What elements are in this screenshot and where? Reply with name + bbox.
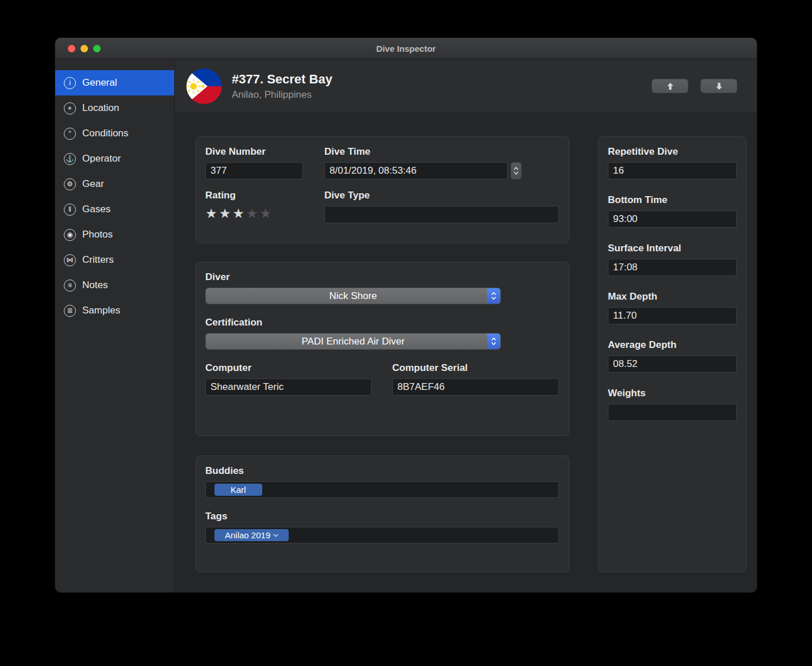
rating-label: Rating: [205, 190, 303, 201]
window-title: Dive Inspector: [55, 38, 757, 59]
tag-token[interactable]: Anilao 2019: [215, 529, 289, 541]
dive-number-label: Dive Number: [205, 146, 303, 158]
weights-label: Weights: [608, 388, 737, 399]
dive-inspector-window: Dive Inspector i General ⌖ Location °: [55, 38, 757, 592]
arrow-down-icon: [715, 82, 723, 90]
tags-field[interactable]: Anilao 2019: [205, 527, 559, 543]
sidebar-item-photos[interactable]: ◉ Photos: [55, 222, 174, 247]
tanks-icon: ‖: [64, 204, 76, 216]
dive-title: #377. Secret Bay: [232, 72, 332, 87]
dive-time-input[interactable]: [324, 162, 508, 179]
desktop-background: Dive Inspector i General ⌖ Location °: [0, 0, 812, 666]
boat-icon: ⚓: [64, 153, 76, 165]
zoom-button[interactable]: [93, 45, 101, 52]
dive-location: Anilao, Philippines: [232, 89, 332, 101]
dive-header: #377. Secret Bay Anilao, Philippines: [175, 59, 757, 113]
buddy-token-label: Karl: [231, 485, 246, 495]
rating-star[interactable]: ★: [205, 206, 219, 221]
bottom-time-label: Bottom Time: [608, 194, 737, 206]
next-dive-button[interactable]: [700, 79, 737, 93]
sidebar-item-operator[interactable]: ⚓ Operator: [55, 146, 174, 171]
computer-label: Computer: [205, 362, 371, 374]
tags-label: Tags: [205, 511, 560, 522]
gear-icon: ⚙: [64, 178, 76, 190]
bottom-time-input[interactable]: [608, 210, 737, 228]
sidebar-item-label: Location: [82, 102, 119, 114]
dive-type-input[interactable]: [324, 206, 559, 223]
certification-popup[interactable]: PADI Enriched Air Diver: [205, 333, 501, 350]
certification-label: Certification: [205, 317, 560, 328]
dive-time-label: Dive Time: [324, 146, 522, 158]
diver-group: Diver Nick Shore Certification: [196, 262, 569, 436]
dive-number-input[interactable]: [205, 162, 303, 179]
sidebar-item-conditions[interactable]: ° Conditions: [55, 121, 174, 146]
stepper-arrows-icon: [514, 166, 519, 175]
dive-time-stepper[interactable]: [511, 162, 522, 179]
tag-token-label: Anilao 2019: [225, 530, 270, 540]
samples-icon: ≣: [64, 305, 76, 317]
rating-star[interactable]: ★: [246, 206, 260, 221]
sidebar-item-general[interactable]: i General: [55, 70, 174, 95]
average-depth-label: Average Depth: [608, 339, 737, 351]
sidebar-item-label: Samples: [82, 305, 120, 316]
philippines-flag-icon: [186, 68, 222, 104]
rating-stars: ★★★★★: [205, 207, 303, 220]
sidebar-item-label: Gear: [82, 178, 104, 190]
buddies-label: Buddies: [205, 465, 560, 477]
surface-interval-label: Surface Interval: [608, 243, 737, 254]
minimize-button[interactable]: [81, 45, 88, 52]
popup-arrows-icon: [487, 288, 500, 304]
close-button[interactable]: [68, 45, 75, 52]
previous-dive-button[interactable]: [652, 79, 688, 93]
rating-star[interactable]: ★: [219, 206, 233, 221]
camera-icon: ◉: [64, 229, 76, 241]
diver-popup[interactable]: Nick Shore: [205, 288, 501, 304]
chevron-down-icon: [273, 534, 278, 537]
surface-interval-input[interactable]: [608, 259, 737, 276]
sidebar-item-label: Critters: [82, 254, 114, 266]
repetitive-dive-input[interactable]: [608, 162, 737, 179]
sidebar-item-critters[interactable]: ⋈ Critters: [55, 247, 174, 273]
sidebar-item-label: General: [82, 77, 117, 89]
traffic-lights: [68, 45, 101, 52]
dive-info-group: Dive Number Dive Time: [196, 136, 569, 243]
repetitive-dive-label: Repetitive Dive: [608, 146, 737, 158]
sidebar-item-gear[interactable]: ⚙ Gear: [55, 171, 174, 197]
buddies-field[interactable]: Karl: [205, 481, 559, 498]
sidebar-item-label: Operator: [82, 153, 121, 164]
sidebar-item-label: Gases: [82, 204, 110, 215]
sidebar: i General ⌖ Location ° Conditions ⚓ Oper…: [55, 59, 175, 592]
sidebar-item-label: Conditions: [82, 128, 128, 139]
weights-input[interactable]: [608, 404, 737, 421]
sidebar-item-location[interactable]: ⌖ Location: [55, 95, 174, 121]
arrow-up-icon: [667, 82, 674, 90]
map-pin-icon: ⌖: [64, 102, 76, 114]
dive-type-label: Dive Type: [324, 190, 559, 201]
fish-icon: ⋈: [64, 254, 76, 266]
average-depth-input[interactable]: [608, 355, 737, 373]
buddies-tags-group: Buddies Karl Tags Anilao 2019: [196, 456, 569, 572]
rating-star[interactable]: ★: [260, 206, 274, 221]
sidebar-item-label: Photos: [82, 229, 113, 240]
dive-stats-group: Repetitive Dive Bottom Time Surface Inte…: [598, 136, 746, 572]
sidebar-item-notes[interactable]: ≡ Notes: [55, 273, 174, 298]
info-icon: i: [64, 77, 76, 89]
titlebar[interactable]: Dive Inspector: [55, 38, 757, 59]
computer-serial-label: Computer Serial: [392, 362, 559, 374]
rating-star[interactable]: ★: [232, 206, 246, 221]
thermometer-icon: °: [64, 128, 76, 140]
max-depth-input[interactable]: [608, 307, 737, 324]
sidebar-item-gases[interactable]: ‖ Gases: [55, 197, 174, 222]
general-pane: Dive Number Dive Time: [175, 113, 757, 592]
sidebar-item-samples[interactable]: ≣ Samples: [55, 298, 174, 323]
max-depth-label: Max Depth: [608, 291, 737, 303]
buddy-token[interactable]: Karl: [215, 484, 262, 496]
diver-popup-value: Nick Shore: [329, 290, 377, 302]
computer-input[interactable]: [205, 378, 371, 396]
notes-icon: ≡: [64, 280, 76, 292]
certification-popup-value: PADI Enriched Air Diver: [301, 336, 404, 347]
diver-label: Diver: [205, 271, 560, 283]
sidebar-item-label: Notes: [82, 280, 108, 291]
popup-arrows-icon: [487, 334, 500, 349]
computer-serial-input[interactable]: [392, 378, 559, 396]
